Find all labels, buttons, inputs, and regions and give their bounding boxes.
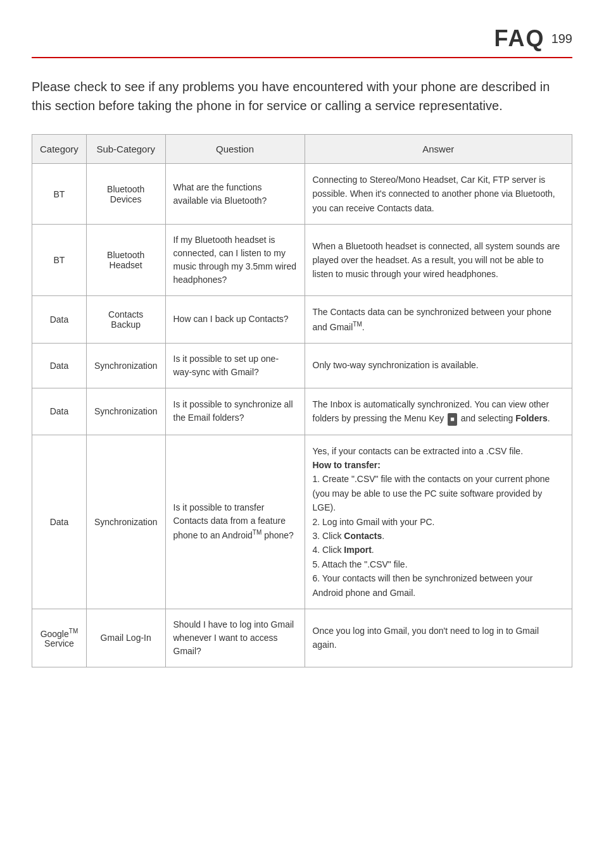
cell-question: Is it possible to synchronize all the Em…	[165, 388, 305, 435]
cell-answer: The Contacts data can be synchronized be…	[305, 296, 572, 343]
table-row: BT BluetoothHeadset If my Bluetooth head…	[32, 225, 572, 296]
cell-question: Should I have to log into Gmail whenever…	[165, 609, 305, 667]
col-header-answer: Answer	[305, 135, 572, 164]
cell-question: Is it possible to transfer Contacts data…	[165, 435, 305, 609]
col-header-category: Category	[32, 135, 87, 164]
how-to-transfer-label: How to transfer:	[313, 460, 381, 470]
cell-subcategory: BluetoothDevices	[86, 164, 165, 225]
cell-question: What are the functions available via Blu…	[165, 164, 305, 225]
menu-key-icon: ■	[448, 413, 457, 426]
folders-bold: Folders	[515, 413, 548, 423]
cell-category: Data	[32, 296, 87, 343]
table-row: Data ContactsBackup How can I back up Co…	[32, 296, 572, 343]
cell-answer: Yes, if your contacts can be extracted i…	[305, 435, 572, 609]
cell-subcategory: Synchronization	[86, 435, 165, 609]
cell-subcategory: Synchronization	[86, 388, 165, 435]
cell-subcategory: Synchronization	[86, 343, 165, 388]
cell-category: Data	[32, 343, 87, 388]
table-row: GoogleTMService Gmail Log-In Should I ha…	[32, 609, 572, 667]
table-row: Data Synchronization Is it possible to s…	[32, 388, 572, 435]
cell-subcategory: Gmail Log-In	[86, 609, 165, 667]
table-row: BT BluetoothDevices What are the functio…	[32, 164, 572, 225]
cell-answer: Once you log into Gmail, you don't need …	[305, 609, 572, 667]
cell-question: If my Bluetooth headset is connected, ca…	[165, 225, 305, 296]
cell-category: GoogleTMService	[32, 609, 87, 667]
cell-category: Data	[32, 435, 87, 609]
faq-title: FAQ	[494, 25, 545, 52]
cell-question: How can I back up Contacts?	[165, 296, 305, 343]
cell-answer: The Inbox is automatically synchronized.…	[305, 388, 572, 435]
table-header-row: Category Sub-Category Question Answer	[32, 135, 572, 164]
cell-category: BT	[32, 225, 87, 296]
cell-question: Is it possible to set up one-way-sync wi…	[165, 343, 305, 388]
cell-answer: Only two-way synchronization is availabl…	[305, 343, 572, 388]
page-header: FAQ 199	[32, 25, 572, 58]
col-header-question: Question	[165, 135, 305, 164]
cell-category: Data	[32, 388, 87, 435]
table-row: Data Synchronization Is it possible to s…	[32, 343, 572, 388]
faq-table: Category Sub-Category Question Answer BT…	[32, 134, 572, 667]
contacts-bold: Contacts	[344, 531, 382, 541]
cell-category: BT	[32, 164, 87, 225]
cell-answer: When a Bluetooth headset is connected, a…	[305, 225, 572, 296]
page-number: 199	[551, 32, 572, 46]
col-header-subcategory: Sub-Category	[86, 135, 165, 164]
cell-subcategory: ContactsBackup	[86, 296, 165, 343]
intro-paragraph: Please check to see if any problems you …	[32, 77, 572, 115]
cell-subcategory: BluetoothHeadset	[86, 225, 165, 296]
table-row: Data Synchronization Is it possible to t…	[32, 435, 572, 609]
import-bold: Import	[344, 545, 372, 555]
cell-answer: Connecting to Stereo/Mono Headset, Car K…	[305, 164, 572, 225]
